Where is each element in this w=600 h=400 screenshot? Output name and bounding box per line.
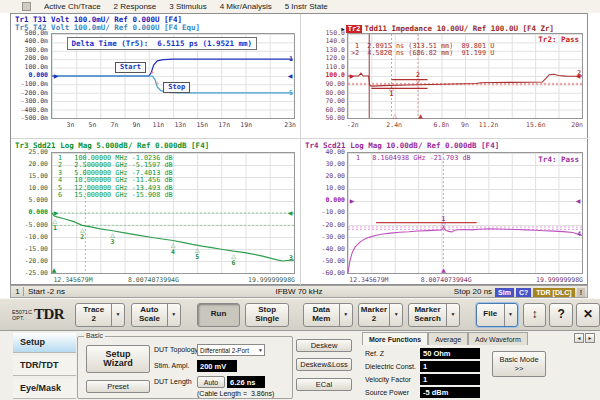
tick-label: 20n [571,121,583,129]
status-bar: 1 Start -2 ns IFBW 70 kHz Stop 20 ns Sim… [10,285,588,298]
tr1-y-axis: 500.0m400.0m300.0m200.0m100.0m0.000-100.… [11,30,48,123]
tr1-plot[interactable]: ▶◀15++ Delta Time (Tr5): 6.5115 ps (1.95… [51,33,295,119]
tick-label: 13n [174,121,186,129]
tr2-y-axis: 150.0140.0130.0120.0110.0100.090.0080.00… [305,30,345,123]
menu-instr-state[interactable]: 5 Instr State [285,2,328,11]
menu-stimulus[interactable]: 3 Stimulus [169,2,206,11]
trace-select-button[interactable]: Trace2 ▼ [75,303,125,327]
auto-scale-button[interactable]: AutoScale ▼ [131,303,181,327]
marker-symbol: ▶ [54,209,59,216]
tick-label: 5n [89,121,97,129]
marker-symbol: + [150,68,155,75]
preset-button[interactable]: Preset [86,380,150,393]
tick-label: 3n [67,121,75,129]
deskew-loss-button[interactable]: Deskew&Loss [296,358,352,371]
source-power-field[interactable]: -5 dBm [420,387,480,398]
logo-model: E5071C [12,309,32,315]
menu-response[interactable]: 2 Response [114,2,157,11]
marker-number: 4 [577,230,581,238]
status-badge: TDR [DLC] [533,288,574,297]
marker-search-dropdown-icon[interactable]: ▼ [446,304,459,326]
marker-symbol: ▶ [350,72,355,79]
file-button[interactable]: File ▼ [476,303,518,327]
menu-mkr-analysis[interactable]: 4 Mkr/Analysis [220,2,272,11]
status-badge: ! [577,288,585,297]
run-button[interactable]: Run [197,303,241,327]
tab-scroll-right-icon[interactable]: ► [585,333,595,343]
menu-active-ch-trace[interactable]: Active Ch/Trace [44,2,101,11]
marker-symbol: ▶ [350,197,355,204]
cable-length-note: (Cable Length = 3.86ns) [197,390,274,397]
tab-average[interactable]: Average [428,332,468,345]
tr4-plot[interactable]: ▽1▲▶◀4 Tr4: Pass 1 8.1604938 GHz -21.703… [347,152,583,274]
tab-setup[interactable]: Setup [13,333,76,353]
dut-length-label: DUT Length [154,378,192,385]
tick-label: 19n [240,121,252,129]
tick-label: 12.345679M [53,276,92,284]
marker-readout-row: 1 8.1604938 GHz -21.703 dB [356,155,471,162]
tick-label: 2.4n [386,121,402,129]
marker-symbol: △ [392,112,397,119]
tick-label: 100.0m [25,64,48,71]
tick-label: -15.00 [25,246,48,253]
tick-label: -25.00 [25,270,48,277]
dielectric-const-field[interactable]: 1 [420,361,480,372]
status-badge: C? [516,288,531,297]
tr2-plot[interactable]: △1▽2△▲▶◀2 Tr2: Pass 1 2.0915 ns (313.51 … [347,33,583,119]
auto-scale-dropdown-icon[interactable]: ▼ [167,304,180,326]
tab-tdr-tdt[interactable]: TDR/TDT [13,356,76,376]
tick-label: 15.6n [526,121,546,129]
tr3-x-axis: 12.345679M8.0074073994G19.99999998G [51,275,295,284]
deskew-button[interactable]: Deskew [296,339,352,352]
tick-label: -300.0m [21,98,48,105]
start-flag[interactable]: Start [115,62,146,73]
ecal-button[interactable]: ECal [296,378,352,391]
data-mem-button[interactable]: DataMem ▼ [303,303,353,327]
trace-dropdown-icon[interactable]: ▼ [111,304,124,326]
tab-more-functions[interactable]: More Functions [362,332,428,345]
marker-symbol: ◀ [288,72,293,79]
marker-search-button[interactable]: MarkerSearch ▼ [408,303,460,327]
stop-flag[interactable]: Stop [163,82,190,93]
tick-label: 60.00 [325,107,345,114]
tab-eye-mask[interactable]: Eye/Mask [13,379,76,399]
stop-single-button[interactable]: StopSingle [245,303,289,327]
basic-mode-button[interactable]: Basic Mode>> [492,351,546,377]
file-dropdown-icon[interactable]: ▼ [504,304,517,326]
close-button[interactable]: ✕ [576,303,600,327]
tr1-x-axis: 3n5n7n9n11n13n15n17n19n23n [51,120,295,129]
ref-z-field[interactable]: 50 Ohm [420,348,480,359]
marker-button[interactable]: Marker2 ▼ [358,303,404,327]
tick-label: 25.00 [28,149,48,156]
tick-label: 130.0 [325,47,345,54]
marker-number: 5 [289,89,293,97]
dut-length-field[interactable]: 6.26 ns [227,376,265,388]
dut-topology-select[interactable]: Differential 2-Port▼ [197,344,265,356]
marker-number: 1 [53,224,57,232]
tick-label: 9n [461,121,469,129]
velocity-factor-field[interactable]: 1 [420,374,480,385]
setup-wizard-button[interactable]: SetupWizard [86,345,150,373]
stim-ampl-field[interactable]: 200 mV [197,360,237,372]
sweep-stop-readout: Stop 20 ns [454,287,492,297]
tick-label: -200.0m [21,90,48,97]
data-mem-dropdown-icon[interactable]: ▼ [339,304,352,326]
basic-group: Basic SetupWizard Preset DUT Topology Di… [77,336,293,399]
dut-length-auto-button[interactable]: Auto [197,376,225,388]
tick-label: 300.0m [25,47,48,54]
minimize-toolbar-button[interactable]: ↕ [523,303,547,327]
app-icon[interactable] [22,2,31,11]
dielectric-const-label: Dielectric Const. [365,363,416,370]
tick-label: -50.00 [322,258,345,265]
help-button[interactable]: ? [549,303,573,327]
marker-dropdown-icon[interactable]: ▼ [389,304,402,326]
tab-scroll-left-icon[interactable]: ◄ [574,333,584,343]
tick-label: 20.00 [325,173,345,180]
delta-time-readout: Delta Time (Tr5): 6.5115 ps (1.9521 mm) [67,37,258,50]
tr3-plot[interactable]: △1△2△3△4△5△6▲▶◀3 1 100.00000 MHz -1.0236… [51,152,295,274]
marker-number: 2 [577,69,581,77]
tab-adv-waveform[interactable]: Adv Waveform [468,332,528,345]
tick-label: 40.00 [325,149,345,156]
graph-tr3: Tr3 Sdd21 Log Mag 5.000dB/ Ref 0.000dB [… [11,138,300,285]
tick-label: -500.0m [21,115,48,122]
